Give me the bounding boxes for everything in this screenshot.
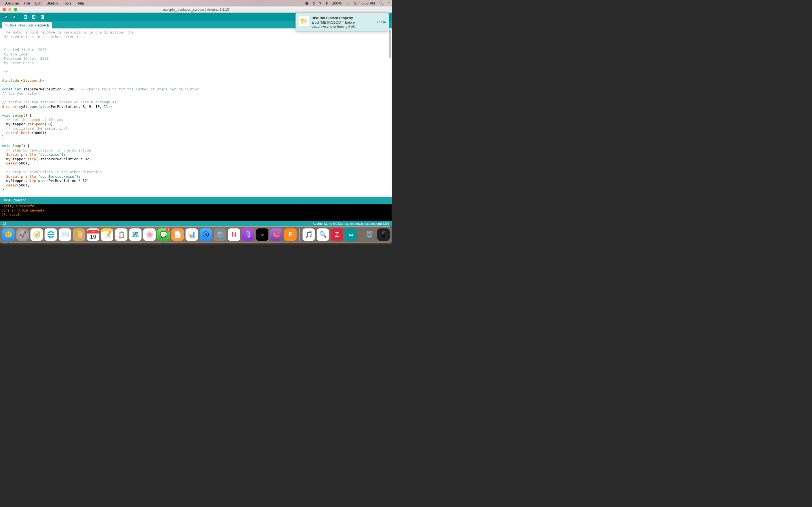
maps-dock-icon[interactable]: 🗺️ [129, 228, 142, 241]
code-token: (stepsPerRevolution * 32); [36, 179, 91, 183]
code-token: myStepper. [2, 122, 28, 126]
appletv-dock-icon[interactable]: tv [256, 228, 268, 241]
code-line: 32 revolutions in the other direction. [2, 35, 85, 39]
finder-dock-icon[interactable]: 🙂 [2, 228, 15, 241]
code-token: ("clockwise"); [36, 152, 65, 157]
trash-dock-icon[interactable]: 🗑️ [363, 228, 375, 241]
appstore-dock-icon[interactable]: Ⓐ [200, 228, 212, 241]
code-token: void [2, 144, 10, 148]
window-title: multiple_revolution_stepper | Arduino 1.… [0, 8, 392, 11]
code-token: < [19, 78, 23, 82]
dock-container: 🙂 🚀 🧭 🌐 ✉️ 📒 JUL 19 📝 📋 🗺️ 🌸 💬5 📄 📊 Ⓐ ⚙️… [0, 226, 392, 244]
notification-center-icon[interactable]: ≡ [388, 1, 390, 5]
close-window-button[interactable] [3, 8, 6, 11]
new-sketch-button[interactable] [22, 13, 29, 20]
code-token: () { [21, 144, 30, 148]
maximize-window-button[interactable] [14, 8, 17, 11]
console-output: Verify successful done in 0.016 seconds … [0, 204, 392, 221]
safari-dock-icon[interactable]: 🧭 [31, 228, 43, 241]
podcasts-dock-icon[interactable]: 🎙️ [242, 228, 254, 241]
code-line: // initialize the serial port: [2, 126, 70, 130]
sketch-tab[interactable]: multiple_revolution_stepper § [2, 22, 52, 29]
sketch-menu[interactable]: Sketch [47, 1, 58, 5]
code-token: } [2, 187, 4, 191]
mail-dock-icon[interactable]: ✉️ [59, 228, 71, 241]
window-titlebar: multiple_revolution_stepper | Arduino 1.… [0, 6, 392, 13]
status-text: Done uploading. [3, 198, 27, 202]
app-menu[interactable]: Arduino [5, 1, 19, 5]
wifi-icon[interactable]: ⚵ [325, 1, 328, 5]
upload-button[interactable] [10, 13, 18, 20]
finder-notification-icon: 📁 [299, 16, 309, 26]
open-sketch-button[interactable] [30, 13, 38, 20]
svg-rect-0 [24, 15, 27, 18]
edit-menu[interactable]: Edit [35, 1, 42, 5]
phone-dock-icon[interactable]: 📱 [377, 228, 390, 241]
code-token: myStepper. [2, 179, 28, 183]
code-token: } [2, 135, 4, 139]
messages-badge: 5 [166, 228, 170, 232]
battery-percent[interactable]: 100% [332, 1, 342, 5]
news-dock-icon[interactable]: N [228, 228, 240, 241]
photos-dock-icon[interactable]: 🌸 [143, 228, 156, 241]
code-token: loop [10, 144, 21, 148]
code-token: begin [21, 131, 32, 135]
github-dock-icon[interactable]: 🐙 [270, 228, 283, 241]
chrome-dock-icon[interactable]: 🌐 [45, 228, 57, 241]
notes-dock-icon[interactable]: 📝 [101, 228, 113, 241]
minimize-window-button[interactable] [8, 8, 11, 11]
arduino-dock-icon[interactable]: ∞ [345, 228, 357, 241]
code-token: setup [10, 113, 23, 117]
bluetooth-icon[interactable]: ⌥ [319, 1, 321, 5]
status-bar: Done uploading. [0, 197, 392, 204]
help-menu[interactable]: Help [77, 1, 84, 5]
tools-menu[interactable]: Tools [63, 1, 71, 5]
code-token: myStepper(stepsPerRevolution, 8, 9, 10, … [17, 105, 112, 109]
sysprefs-dock-icon[interactable]: ⚙️ [214, 228, 226, 241]
code-line: by Tom Igoe [2, 52, 28, 56]
pages-dock-icon[interactable]: 📄 [171, 228, 184, 241]
ladybug-icon[interactable]: 🐞 [305, 1, 309, 5]
messages-dock-icon[interactable]: 💬5 [157, 228, 170, 241]
code-token: step [28, 179, 36, 183]
code-token: . [19, 152, 21, 157]
code-line: The motor should revolve 32 revolutions … [2, 30, 136, 34]
code-line: // initialize the stepper library on pin… [2, 100, 119, 104]
file-menu[interactable]: File [24, 1, 30, 5]
console-line: Verify successful [1, 204, 391, 209]
code-line: // step 50 revolutions in the other dire… [2, 170, 104, 174]
code-editor[interactable]: The motor should revolve 32 revolutions … [0, 29, 392, 195]
notification-close-button[interactable]: Close [373, 16, 386, 29]
calendar-day: 19 [90, 233, 96, 240]
code-token: delay [2, 161, 17, 165]
code-token: . [19, 174, 21, 179]
verify-button[interactable] [2, 13, 9, 20]
reminders-dock-icon[interactable]: 📋 [115, 228, 128, 241]
music-dock-icon[interactable]: 🎵 [303, 228, 315, 241]
code-token: println [21, 152, 36, 157]
code-line: Modified 19 Jul. 2020 [2, 56, 49, 61]
launchpad-dock-icon[interactable]: 🚀 [16, 228, 29, 241]
save-sketch-button[interactable] [39, 13, 46, 20]
code-token: (500); [17, 183, 30, 187]
arduino-window: multiple_revolution_stepper | Arduino 1.… [0, 6, 392, 226]
contacts-dock-icon[interactable]: 📒 [73, 228, 85, 241]
fusion360-dock-icon[interactable]: F [284, 228, 297, 241]
code-token: const [2, 87, 13, 91]
editor-console-splitter[interactable] [0, 195, 392, 197]
spotlight-icon[interactable]: 🔍 [379, 1, 384, 5]
console-line: CPU reset. [1, 213, 391, 217]
calendar-dock-icon[interactable]: JUL 19 [87, 228, 99, 241]
code-token: = 200; [61, 87, 81, 91]
airplay-icon[interactable]: ⎚ [313, 1, 315, 5]
code-token: (-stepsPerRevolution * 32); [36, 157, 93, 161]
code-token: (500); [17, 161, 30, 165]
code-token: // change this to fit the number of step… [80, 87, 199, 91]
preview-dock-icon[interactable]: 🔍 [317, 228, 329, 241]
numbers-dock-icon[interactable]: 📊 [186, 228, 198, 241]
clock[interactable]: Sun 6:03 PM [354, 1, 375, 5]
code-token: Stepper [2, 105, 17, 109]
editor-scrollbar[interactable] [389, 30, 391, 58]
code-token: myStepper. [2, 157, 28, 161]
zotero-dock-icon[interactable]: Z [331, 228, 343, 241]
